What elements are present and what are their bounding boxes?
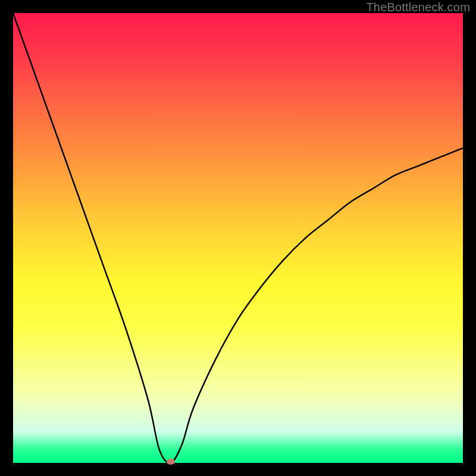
minimum-marker <box>167 459 175 465</box>
plot-area <box>13 13 463 463</box>
watermark-text: TheBottleneck.com <box>366 1 470 14</box>
chart-container: TheBottleneck.com <box>0 0 476 476</box>
bottleneck-curve <box>13 13 463 463</box>
